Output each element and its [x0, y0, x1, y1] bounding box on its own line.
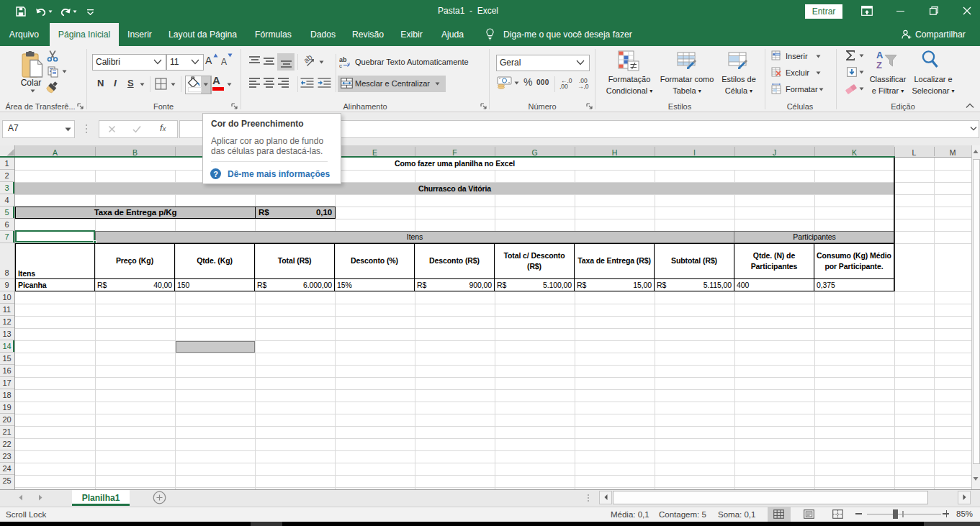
svg-text:→,0: →,0	[577, 83, 589, 89]
svg-text:?: ?	[213, 170, 218, 178]
svg-text:A: A	[876, 50, 884, 60]
svg-text:c: c	[339, 63, 342, 68]
svg-text:Z: Z	[876, 60, 882, 71]
svg-text:,00: ,00	[559, 83, 568, 89]
